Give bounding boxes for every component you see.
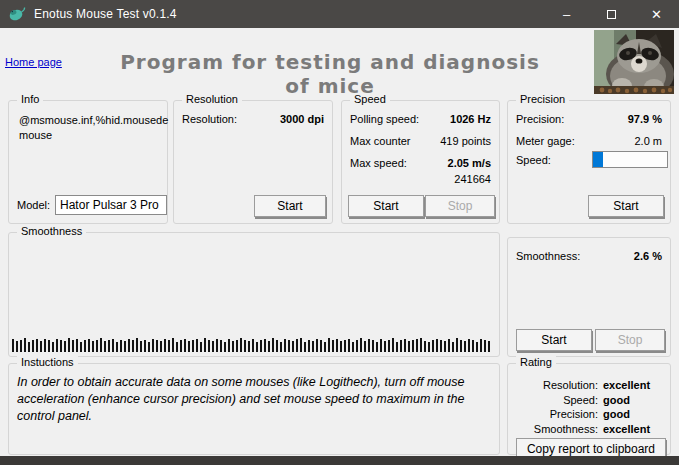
smoothness-histogram [12,336,493,352]
resolution-group-title: Resolution [182,93,242,105]
rating-row-smoothness: Smoothness: excellent [512,422,664,437]
precision-start-button[interactable]: Start [588,195,664,217]
maximize-icon [607,10,616,19]
speed-start-button[interactable]: Start [348,195,424,217]
resolution-value: 3000 dpi [280,113,324,125]
instructions-group: Instuctions In order to obtain accurate … [8,363,500,455]
speed-progress-bar [592,151,668,168]
smoothness-stop-button[interactable]: Stop [595,329,665,351]
instructions-text: In order to obtain accurate data on some… [17,374,489,425]
close-button[interactable]: ✕ [634,0,679,28]
rating-row-resolution: Resolution: excellent [512,378,664,393]
instructions-group-title: Instuctions [17,356,78,368]
window-title: Enotus Mouse Test v0.1.4 [34,7,544,21]
precision-speed-label: Speed: [516,154,551,166]
home-page-link[interactable]: Home page [5,56,62,68]
speed-stop-button[interactable]: Stop [425,195,495,217]
rating-group: Rating Resolution: excellent Speed: good… [507,363,671,455]
info-group-title: Info [17,93,43,105]
resolution-group: Resolution Resolution: 3000 dpi Start [173,100,333,224]
meter-gage-label: Meter gage: [516,135,575,147]
minimize-button[interactable]: – [544,0,589,28]
taskbar-strip [0,456,679,465]
smoothness-panel: Smoothness: 2.6 % Start Stop [507,237,671,357]
rating-row-speed: Speed: good [512,393,664,408]
polling-speed-value: 1026 Hz [450,113,491,125]
info-group: Info @msmouse.inf,%hid.mousede mouse Mod… [8,100,168,224]
max-speed-value: 2.05 m/s [448,157,491,169]
precision-value: 97.9 % [628,113,662,125]
precision-group-title: Precision [516,93,569,105]
resolution-label: Resolution: [182,113,237,125]
speed-progress-fill [593,152,603,167]
smoothness-label: Smoothness: [516,250,580,262]
maximize-button[interactable] [589,0,634,28]
precision-group: Precision Precision: 97.9 % Meter gage: … [507,100,671,224]
smoothness-group: Smoothness [8,232,500,357]
page-title: Program for testing and diagnosis of mic… [110,50,550,98]
resolution-start-button[interactable]: Start [254,195,326,217]
rating-row-precision: Precision: good [512,407,664,422]
speed-group-title: Speed [350,93,390,105]
raccoon-photo [594,30,674,94]
max-counter-value: 419 points [440,135,491,147]
mouse-app-icon [8,6,26,22]
speed-group: Speed Polling speed: 1026 Hz Max counter… [341,100,500,224]
speed-counter-value: 241664 [454,173,491,185]
max-counter-label: Max counter [350,135,411,147]
meter-gage-value: 2.0 m [634,135,662,147]
model-label: Model: [17,199,50,211]
smoothness-value: 2.6 % [634,250,662,262]
precision-label: Precision: [516,113,564,125]
rating-rows: Resolution: excellent Speed: good Precis… [512,378,664,436]
rating-group-title: Rating [516,356,556,368]
max-speed-label: Max speed: [350,157,407,169]
app-window: Enotus Mouse Test v0.1.4 – ✕ Home page P… [0,0,679,465]
title-bar: Enotus Mouse Test v0.1.4 – ✕ [0,0,679,28]
device-info-text: @msmouse.inf,%hid.mousede mouse [19,113,161,143]
smoothness-group-title: Smoothness [17,225,86,237]
smoothness-start-button[interactable]: Start [516,329,592,351]
model-input[interactable] [55,195,167,215]
polling-speed-label: Polling speed: [350,113,419,125]
